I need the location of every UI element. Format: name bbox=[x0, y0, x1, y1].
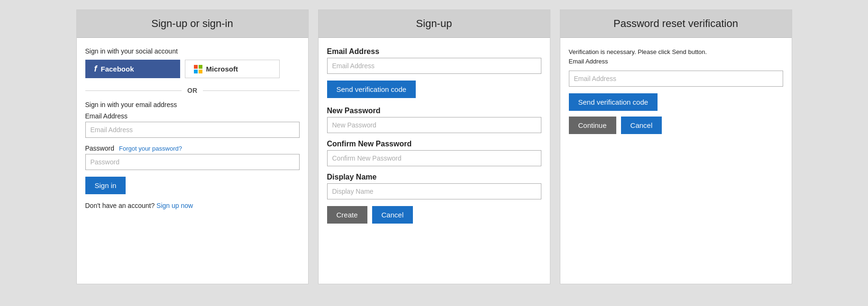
signup-display-name-input[interactable] bbox=[327, 183, 541, 199]
forgot-password-link[interactable]: Forgot your password? bbox=[119, 145, 182, 152]
signin-email-label: Email Address bbox=[85, 112, 300, 120]
social-buttons-row: f Facebook Microsoft bbox=[85, 60, 300, 78]
signin-password-input[interactable] bbox=[85, 154, 300, 170]
signup-email-label: Email Address bbox=[327, 47, 541, 56]
or-divider: OR bbox=[85, 87, 300, 94]
no-account-text: Don't have an account? bbox=[85, 202, 155, 209]
email-section-label: Sign in with your email address bbox=[85, 101, 300, 108]
reset-cancel-button[interactable]: Cancel bbox=[621, 117, 662, 134]
signup-now-link[interactable]: Sign up now bbox=[156, 202, 193, 209]
signup-display-name-group: Display Name bbox=[327, 173, 541, 199]
signup-action-buttons: Create Cancel bbox=[327, 206, 541, 224]
signup-cancel-button[interactable]: Cancel bbox=[372, 206, 413, 224]
verification-text: Verification is necessary. Please click … bbox=[569, 47, 783, 66]
facebook-icon: f bbox=[94, 64, 97, 74]
signup-confirm-password-label: Confirm New Password bbox=[327, 140, 541, 148]
signin-panel: Sign-up or sign-in Sign in with your soc… bbox=[76, 9, 309, 284]
signin-email-input[interactable] bbox=[85, 122, 300, 138]
reset-email-label-inline: Email Address bbox=[569, 58, 608, 65]
signup-send-code-button[interactable]: Send verification code bbox=[327, 81, 416, 98]
or-text: OR bbox=[187, 87, 197, 94]
signin-password-group: Password Forgot your password? bbox=[85, 144, 300, 170]
verification-description: Verification is necessary. Please click … bbox=[569, 48, 707, 55]
microsoft-button[interactable]: Microsoft bbox=[185, 60, 280, 78]
signup-email-group: Email Address bbox=[327, 47, 541, 74]
signup-email-input[interactable] bbox=[327, 58, 541, 74]
signup-create-button[interactable]: Create bbox=[327, 206, 367, 224]
signup-new-password-input[interactable] bbox=[327, 117, 541, 133]
microsoft-label: Microsoft bbox=[206, 65, 238, 73]
signin-button[interactable]: Sign in bbox=[85, 177, 126, 194]
reset-send-code-button[interactable]: Send verification code bbox=[569, 93, 658, 111]
reset-panel: Password reset verification Verification… bbox=[560, 9, 792, 284]
signin-email-group: Email Address bbox=[85, 112, 300, 138]
signin-password-label: Password bbox=[85, 144, 114, 152]
signup-prompt: Don't have an account? Sign up now bbox=[85, 202, 300, 209]
reset-email-input[interactable] bbox=[569, 71, 783, 87]
reset-continue-button[interactable]: Continue bbox=[569, 117, 616, 134]
facebook-button[interactable]: f Facebook bbox=[85, 60, 180, 78]
signup-panel-title: Sign-up bbox=[319, 10, 550, 38]
reset-email-group bbox=[569, 71, 783, 87]
signin-panel-title: Sign-up or sign-in bbox=[77, 10, 308, 38]
facebook-label: Facebook bbox=[101, 65, 134, 73]
signup-confirm-password-input[interactable] bbox=[327, 150, 541, 166]
signup-new-password-group: New Password bbox=[327, 107, 541, 133]
signup-panel: Sign-up Email Address Send verification … bbox=[318, 9, 550, 284]
reset-panel-title: Password reset verification bbox=[560, 10, 792, 38]
social-section-label: Sign in with your social account bbox=[85, 47, 300, 55]
signup-new-password-label: New Password bbox=[327, 107, 541, 115]
reset-action-buttons: Continue Cancel bbox=[569, 117, 783, 134]
microsoft-icon bbox=[194, 65, 202, 73]
signup-display-name-label: Display Name bbox=[327, 173, 541, 181]
signup-confirm-password-group: Confirm New Password bbox=[327, 140, 541, 166]
